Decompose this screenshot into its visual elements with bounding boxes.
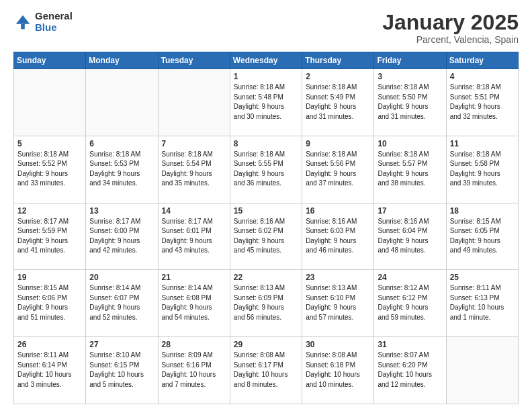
calendar-cell: 22Sunrise: 8:13 AM Sunset: 6:09 PM Dayli… bbox=[230, 270, 302, 337]
day-info: Sunrise: 8:07 AM Sunset: 6:20 PM Dayligh… bbox=[378, 351, 442, 390]
calendar-cell: 1Sunrise: 8:18 AM Sunset: 5:48 PM Daylig… bbox=[230, 69, 302, 136]
calendar-cell bbox=[158, 69, 230, 136]
day-info: Sunrise: 8:11 AM Sunset: 6:13 PM Dayligh… bbox=[450, 283, 515, 322]
day-number: 18 bbox=[450, 206, 515, 216]
calendar-cell: 6Sunrise: 8:18 AM Sunset: 5:53 PM Daylig… bbox=[86, 136, 158, 203]
day-info: Sunrise: 8:17 AM Sunset: 5:59 PM Dayligh… bbox=[17, 217, 82, 256]
day-info: Sunrise: 8:11 AM Sunset: 6:14 PM Dayligh… bbox=[17, 351, 82, 390]
day-number: 31 bbox=[378, 340, 442, 349]
calendar-cell: 7Sunrise: 8:18 AM Sunset: 5:54 PM Daylig… bbox=[158, 136, 230, 203]
day-number: 26 bbox=[17, 340, 82, 349]
day-info: Sunrise: 8:15 AM Sunset: 6:06 PM Dayligh… bbox=[17, 283, 82, 322]
location: Parcent, Valencia, Spain bbox=[382, 34, 519, 45]
logo-text: General Blue bbox=[35, 11, 73, 33]
svg-rect-1 bbox=[21, 24, 25, 28]
day-info: Sunrise: 8:17 AM Sunset: 6:01 PM Dayligh… bbox=[162, 217, 226, 256]
col-sunday: Sunday bbox=[14, 52, 86, 69]
calendar-cell: 17Sunrise: 8:16 AM Sunset: 6:04 PM Dayli… bbox=[374, 203, 446, 270]
day-info: Sunrise: 8:18 AM Sunset: 5:56 PM Dayligh… bbox=[306, 150, 370, 189]
col-friday: Friday bbox=[374, 52, 446, 69]
calendar-cell: 27Sunrise: 8:10 AM Sunset: 6:15 PM Dayli… bbox=[86, 337, 158, 404]
calendar-cell: 10Sunrise: 8:18 AM Sunset: 5:57 PM Dayli… bbox=[374, 136, 446, 203]
calendar-cell: 5Sunrise: 8:18 AM Sunset: 5:52 PM Daylig… bbox=[14, 136, 86, 203]
calendar-cell: 14Sunrise: 8:17 AM Sunset: 6:01 PM Dayli… bbox=[158, 203, 230, 270]
calendar-cell: 24Sunrise: 8:12 AM Sunset: 6:12 PM Dayli… bbox=[374, 270, 446, 337]
day-info: Sunrise: 8:18 AM Sunset: 5:55 PM Dayligh… bbox=[234, 150, 298, 189]
svg-marker-0 bbox=[16, 15, 30, 24]
day-info: Sunrise: 8:08 AM Sunset: 6:18 PM Dayligh… bbox=[306, 351, 370, 390]
calendar-week-row: 5Sunrise: 8:18 AM Sunset: 5:52 PM Daylig… bbox=[14, 136, 519, 203]
calendar-cell: 11Sunrise: 8:18 AM Sunset: 5:58 PM Dayli… bbox=[446, 136, 518, 203]
calendar-cell: 19Sunrise: 8:15 AM Sunset: 6:06 PM Dayli… bbox=[14, 270, 86, 337]
day-number: 14 bbox=[162, 206, 226, 216]
calendar-cell: 3Sunrise: 8:18 AM Sunset: 5:50 PM Daylig… bbox=[374, 69, 446, 136]
day-number: 12 bbox=[17, 206, 82, 216]
day-number: 6 bbox=[89, 139, 154, 148]
calendar-cell: 16Sunrise: 8:16 AM Sunset: 6:03 PM Dayli… bbox=[302, 203, 374, 270]
day-number: 23 bbox=[306, 273, 370, 282]
col-monday: Monday bbox=[86, 52, 158, 69]
calendar-cell bbox=[446, 337, 518, 404]
day-info: Sunrise: 8:18 AM Sunset: 5:52 PM Dayligh… bbox=[17, 150, 82, 189]
header: General Blue January 2025 Parcent, Valen… bbox=[13, 11, 519, 45]
day-info: Sunrise: 8:15 AM Sunset: 6:05 PM Dayligh… bbox=[450, 217, 515, 256]
calendar-cell: 23Sunrise: 8:13 AM Sunset: 6:10 PM Dayli… bbox=[302, 270, 374, 337]
day-number: 5 bbox=[17, 139, 82, 148]
month-title: January 2025 bbox=[382, 11, 519, 34]
calendar-cell: 2Sunrise: 8:18 AM Sunset: 5:49 PM Daylig… bbox=[302, 69, 374, 136]
day-number: 8 bbox=[234, 139, 298, 148]
day-number: 22 bbox=[234, 273, 298, 282]
day-info: Sunrise: 8:12 AM Sunset: 6:12 PM Dayligh… bbox=[378, 283, 442, 322]
day-info: Sunrise: 8:18 AM Sunset: 5:54 PM Dayligh… bbox=[162, 150, 226, 189]
calendar-cell: 4Sunrise: 8:18 AM Sunset: 5:51 PM Daylig… bbox=[446, 69, 518, 136]
calendar-cell: 26Sunrise: 8:11 AM Sunset: 6:14 PM Dayli… bbox=[14, 337, 86, 404]
day-info: Sunrise: 8:14 AM Sunset: 6:08 PM Dayligh… bbox=[162, 283, 226, 322]
day-info: Sunrise: 8:18 AM Sunset: 5:51 PM Dayligh… bbox=[450, 83, 515, 122]
calendar-cell: 29Sunrise: 8:08 AM Sunset: 6:17 PM Dayli… bbox=[230, 337, 302, 404]
calendar-cell: 12Sunrise: 8:17 AM Sunset: 5:59 PM Dayli… bbox=[14, 203, 86, 270]
day-number: 3 bbox=[378, 72, 442, 81]
day-number: 2 bbox=[306, 72, 370, 81]
calendar-cell: 20Sunrise: 8:14 AM Sunset: 6:07 PM Dayli… bbox=[86, 270, 158, 337]
calendar-cell: 28Sunrise: 8:09 AM Sunset: 6:16 PM Dayli… bbox=[158, 337, 230, 404]
calendar-header-row: Sunday Monday Tuesday Wednesday Thursday… bbox=[14, 52, 519, 69]
calendar-week-row: 1Sunrise: 8:18 AM Sunset: 5:48 PM Daylig… bbox=[14, 69, 519, 136]
logo-blue-text: Blue bbox=[35, 22, 73, 34]
col-thursday: Thursday bbox=[302, 52, 374, 69]
day-number: 16 bbox=[306, 206, 370, 216]
calendar-cell bbox=[14, 69, 86, 136]
day-number: 24 bbox=[378, 273, 442, 282]
day-number: 11 bbox=[450, 139, 515, 148]
calendar-cell: 13Sunrise: 8:17 AM Sunset: 6:00 PM Dayli… bbox=[86, 203, 158, 270]
day-number: 29 bbox=[234, 340, 298, 349]
title-block: January 2025 Parcent, Valencia, Spain bbox=[382, 11, 519, 45]
day-number: 10 bbox=[378, 139, 442, 148]
calendar-cell: 21Sunrise: 8:14 AM Sunset: 6:08 PM Dayli… bbox=[158, 270, 230, 337]
calendar-week-row: 12Sunrise: 8:17 AM Sunset: 5:59 PM Dayli… bbox=[14, 203, 519, 270]
day-number: 1 bbox=[234, 72, 298, 81]
day-info: Sunrise: 8:18 AM Sunset: 5:58 PM Dayligh… bbox=[450, 150, 515, 189]
day-info: Sunrise: 8:08 AM Sunset: 6:17 PM Dayligh… bbox=[234, 351, 298, 390]
day-info: Sunrise: 8:18 AM Sunset: 5:57 PM Dayligh… bbox=[378, 150, 442, 189]
calendar-week-row: 19Sunrise: 8:15 AM Sunset: 6:06 PM Dayli… bbox=[14, 270, 519, 337]
day-info: Sunrise: 8:16 AM Sunset: 6:02 PM Dayligh… bbox=[234, 217, 298, 256]
calendar-cell: 30Sunrise: 8:08 AM Sunset: 6:18 PM Dayli… bbox=[302, 337, 374, 404]
day-number: 17 bbox=[378, 206, 442, 216]
logo-general-text: General bbox=[35, 11, 73, 22]
day-info: Sunrise: 8:18 AM Sunset: 5:48 PM Dayligh… bbox=[234, 83, 298, 122]
calendar-table: Sunday Monday Tuesday Wednesday Thursday… bbox=[13, 52, 519, 404]
day-number: 28 bbox=[162, 340, 226, 349]
day-info: Sunrise: 8:16 AM Sunset: 6:03 PM Dayligh… bbox=[306, 217, 370, 256]
day-number: 13 bbox=[89, 206, 154, 216]
calendar-cell: 25Sunrise: 8:11 AM Sunset: 6:13 PM Dayli… bbox=[446, 270, 518, 337]
day-number: 15 bbox=[234, 206, 298, 216]
col-tuesday: Tuesday bbox=[158, 52, 230, 69]
page: General Blue January 2025 Parcent, Valen… bbox=[0, 0, 532, 411]
day-info: Sunrise: 8:13 AM Sunset: 6:10 PM Dayligh… bbox=[306, 283, 370, 322]
day-number: 27 bbox=[89, 340, 154, 349]
calendar-cell: 15Sunrise: 8:16 AM Sunset: 6:02 PM Dayli… bbox=[230, 203, 302, 270]
logo-icon bbox=[13, 13, 32, 32]
day-info: Sunrise: 8:17 AM Sunset: 6:00 PM Dayligh… bbox=[89, 217, 154, 256]
day-info: Sunrise: 8:18 AM Sunset: 5:49 PM Dayligh… bbox=[306, 83, 370, 122]
calendar-cell: 9Sunrise: 8:18 AM Sunset: 5:56 PM Daylig… bbox=[302, 136, 374, 203]
